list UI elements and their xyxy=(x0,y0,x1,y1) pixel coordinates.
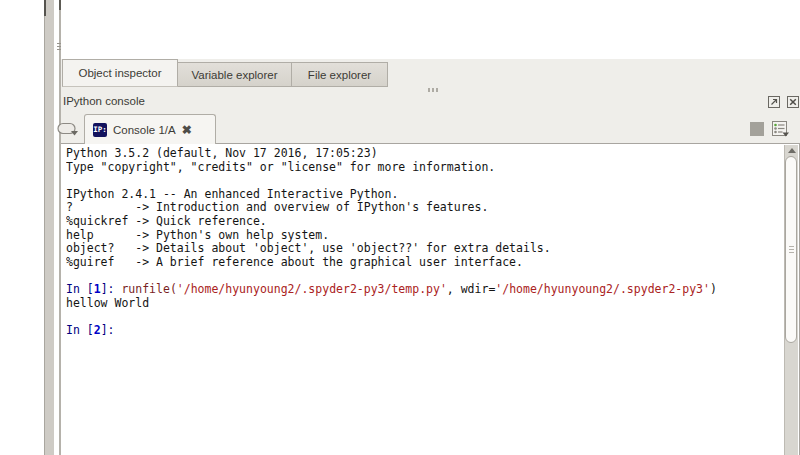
console-line xyxy=(66,269,783,283)
console-scrollbar[interactable] xyxy=(784,145,798,455)
tab-object-inspector[interactable]: Object inspector xyxy=(62,59,178,87)
console-tab[interactable]: IP: Console 1/A ✖ xyxy=(84,114,216,144)
console-line: %quickref -> Quick reference. xyxy=(66,215,783,229)
browse-tabs-icon[interactable] xyxy=(57,120,83,139)
console-line: ? -> Introduction and overview of IPytho… xyxy=(66,201,783,215)
console-output[interactable]: Python 3.5.2 (default, Nov 17 2016, 17:0… xyxy=(66,147,783,455)
ipython-icon: IP: xyxy=(93,123,107,137)
scrollbar-up-arrow-icon[interactable] xyxy=(788,148,796,153)
right-pane-column: Object inspector Variable explorer File … xyxy=(61,0,800,455)
console-tab-label: Console 1/A xyxy=(113,124,176,136)
console-line: In [1]: runfile('/home/hyunyoung2/.spyde… xyxy=(66,283,783,297)
console-area: Python 3.5.2 (default, Nov 17 2016, 17:0… xyxy=(61,143,800,455)
tab-variable-explorer[interactable]: Variable explorer xyxy=(177,62,292,87)
console-line: %guiref -> A brief reference about the g… xyxy=(66,256,783,270)
console-scrollbar-thumb[interactable] xyxy=(785,156,797,343)
spyder-window: { "upper_pane": { "tabs": [ {"label": "O… xyxy=(0,0,800,455)
console-line xyxy=(66,310,783,324)
undock-pane-icon[interactable] xyxy=(768,96,780,108)
close-pane-icon[interactable] xyxy=(787,96,799,108)
console-line: Python 3.5.2 (default, Nov 17 2016, 17:0… xyxy=(66,147,783,161)
console-line: object? -> Details about 'object', use '… xyxy=(66,242,783,256)
left-pane-scrollbar[interactable] xyxy=(44,0,54,455)
console-pane-title: IPython console xyxy=(63,95,145,107)
console-line: hellow World xyxy=(66,297,783,311)
scrollbar-thumb-grip-icon xyxy=(789,246,794,254)
tab-file-explorer[interactable]: File explorer xyxy=(291,62,388,87)
left-scrollbar-cap xyxy=(44,0,46,16)
console-tab-close-icon[interactable]: ✖ xyxy=(182,124,192,136)
interrupt-kernel-icon[interactable] xyxy=(750,122,764,136)
horizontal-splitter-grip[interactable] xyxy=(428,88,440,92)
console-line: In [2]: xyxy=(66,324,783,338)
tab-variable-explorer-label: Variable explorer xyxy=(191,69,277,81)
tab-file-explorer-label: File explorer xyxy=(308,69,371,81)
options-menu-icon[interactable] xyxy=(771,120,790,139)
tab-object-inspector-label: Object inspector xyxy=(78,67,161,79)
console-line: Type "copyright", "credits" or "license"… xyxy=(66,161,783,175)
console-line: IPython 2.4.1 -- An enhanced Interactive… xyxy=(66,188,783,202)
console-line: help -> Python's own help system. xyxy=(66,229,783,243)
console-line xyxy=(66,174,783,188)
